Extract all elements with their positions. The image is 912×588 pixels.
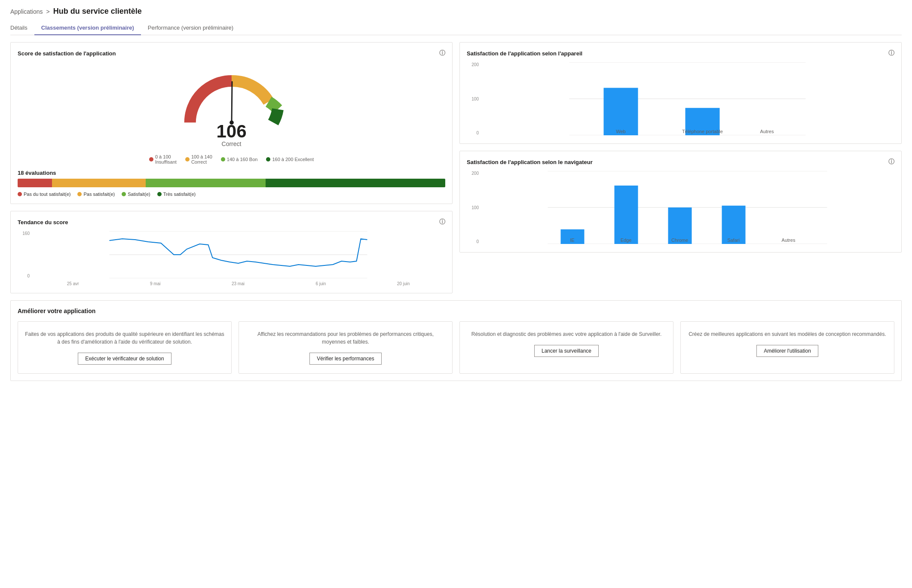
page: Applications > Hub du service clientèle … <box>0 0 912 588</box>
segment-red <box>18 179 52 187</box>
trend-card: Tendance du score ⓘ 160 0 <box>10 211 453 293</box>
improve-card-0: Faites de vos applications des produits … <box>18 321 232 374</box>
tab-bar: Détails Classements (version préliminair… <box>10 21 902 35</box>
trend-y-160: 160 <box>18 231 30 236</box>
evaluations-label: 18 évaluations <box>18 170 445 176</box>
sat-legend-label-red: Pas du tout satisfait(e) <box>24 192 70 197</box>
sat-legend-dot-orange <box>77 192 82 196</box>
device-card-title: Satisfaction de l'application selon l'ap… <box>467 49 894 57</box>
sat-legend-dot-lightgreen <box>122 192 126 196</box>
device-y-axis: 200 100 0 <box>467 62 479 135</box>
legend-label-darkgreen: 160 à 200 Excellent <box>272 157 314 162</box>
main-grid: Score de satisfaction de l'application ⓘ <box>10 42 902 293</box>
device-y-0: 0 <box>467 131 479 135</box>
improve-btn-3[interactable]: Améliorer l'utilisation <box>756 345 818 357</box>
improve-card-3: Créez de meilleures applications en suiv… <box>680 321 894 374</box>
sat-legend-label-darkgreen: Très satisfait(e) <box>163 192 196 197</box>
sat-legend-dot-red <box>18 192 22 196</box>
improve-btn-2[interactable]: Lancer la surveillance <box>534 345 599 357</box>
improve-title: Améliorer votre application <box>18 308 894 314</box>
device-chart-area: 200 100 0 <box>467 62 894 137</box>
improve-text-3: Créez de meilleures applications en suiv… <box>689 330 886 338</box>
browser-chart-area: 200 100 0 <box>467 171 894 245</box>
improve-text-2: Résolution et diagnostic des problèmes a… <box>471 330 662 338</box>
improve-btn-1[interactable]: Vérifier les performances <box>309 353 381 365</box>
progress-bar <box>18 179 445 187</box>
svg-line-0 <box>232 82 232 122</box>
trend-x-23mai: 23 mai <box>232 281 245 286</box>
improve-grid: Faites de vos applications des produits … <box>18 321 894 374</box>
legend-item-red: 0 à 100Insuffisant <box>149 154 177 165</box>
trend-x-20juin: 20 juin <box>397 281 410 286</box>
gauge-score-number: 106 <box>216 122 246 140</box>
browser-info-icon[interactable]: ⓘ <box>888 158 894 166</box>
gauge-legend: 0 à 100Insuffisant 100 à 140Correct 140 … <box>18 154 445 165</box>
trend-chart-area: 160 0 <box>18 231 445 286</box>
sat-legend-item-darkgreen: Très satisfait(e) <box>157 192 196 197</box>
svg-text:Safari: Safari <box>727 238 740 243</box>
score-info-icon[interactable]: ⓘ <box>439 49 445 57</box>
sat-legend-item-orange: Pas satisfait(e) <box>77 192 115 197</box>
legend-item-darkgreen: 160 à 200 Excellent <box>266 154 314 165</box>
breadcrumb: Applications > Hub du service clientèle <box>10 7 902 16</box>
sat-legend-item-red: Pas du tout satisfait(e) <box>18 192 70 197</box>
legend-dot-darkgreen <box>266 157 270 161</box>
browser-y-100: 100 <box>467 205 479 210</box>
segment-lightgreen <box>146 179 266 187</box>
browser-svg-container: IE Edge Chrome Safari Autres <box>480 171 894 245</box>
breadcrumb-separator: > <box>46 8 50 15</box>
improve-section: Améliorer votre application Faites de vo… <box>10 300 902 381</box>
gauge-score-label: Correct <box>216 140 246 147</box>
gauge-score: 106 Correct <box>216 122 246 147</box>
svg-text:Téléphone portable: Téléphone portable <box>682 129 723 134</box>
legend-item-lightgreen: 140 à 160 Bon <box>221 154 258 165</box>
tab-performance[interactable]: Performance (version préliminaire) <box>141 21 240 35</box>
legend-dot-orange <box>185 157 190 161</box>
trend-x-25avr: 25 avr <box>67 281 79 286</box>
sat-legend-item-lightgreen: Satisfait(e) <box>122 192 150 197</box>
satisfaction-legend: Pas du tout satisfait(e) Pas satisfait(e… <box>18 192 445 197</box>
svg-text:Autres: Autres <box>782 238 796 243</box>
score-title-text: Score de satisfaction de l'application <box>18 50 116 57</box>
trend-x-6juin: 6 juin <box>315 281 326 286</box>
improve-btn-0[interactable]: Exécuter le vérificateur de solution <box>78 353 171 365</box>
browser-y-0: 0 <box>467 239 479 244</box>
improve-text-0: Faites de vos applications des produits … <box>25 330 224 346</box>
gauge-svg <box>171 62 292 127</box>
score-card-title: Score de satisfaction de l'application ⓘ <box>18 49 445 57</box>
device-svg: Web Téléphone portable Autres <box>480 62 894 135</box>
trend-y-0: 0 <box>18 274 30 278</box>
tab-details[interactable]: Détails <box>10 21 34 35</box>
svg-text:Web: Web <box>616 129 625 134</box>
gauge-container: 106 Correct <box>18 62 445 147</box>
segment-orange <box>52 179 146 187</box>
device-svg-container: Web Téléphone portable Autres <box>480 62 894 137</box>
breadcrumb-link[interactable]: Applications <box>10 8 43 15</box>
left-column: Score de satisfaction de l'application ⓘ <box>10 42 453 293</box>
tab-classements[interactable]: Classements (version préliminaire) <box>34 21 141 35</box>
breadcrumb-current: Hub du service clientèle <box>53 7 142 16</box>
device-y-200: 200 <box>467 62 479 67</box>
device-info-icon[interactable]: ⓘ <box>888 49 894 57</box>
sat-legend-label-lightgreen: Satisfait(e) <box>128 192 150 197</box>
browser-y-axis: 200 100 0 <box>467 171 479 244</box>
device-card: Satisfaction de l'application selon l'ap… <box>459 42 902 144</box>
device-title-text: Satisfaction de l'application selon l'ap… <box>467 50 582 57</box>
sat-legend-dot-darkgreen <box>157 192 162 196</box>
improve-text-1: Affichez les recommandations pour les pr… <box>246 330 445 346</box>
legend-label-red: 0 à 100Insuffisant <box>155 154 177 165</box>
segment-darkgreen <box>266 179 445 187</box>
browser-y-200: 200 <box>467 171 479 176</box>
browser-card: Satisfaction de l'application selon le n… <box>459 151 902 253</box>
legend-dot-lightgreen <box>221 157 225 161</box>
right-column: Satisfaction de l'application selon l'ap… <box>459 42 902 293</box>
browser-svg: IE Edge Chrome Safari Autres <box>480 171 894 244</box>
score-card: Score de satisfaction de l'application ⓘ <box>10 42 453 204</box>
trend-title-text: Tendance du score <box>18 219 68 225</box>
device-y-100: 100 <box>467 97 479 101</box>
trend-x-9mai: 9 mai <box>150 281 160 286</box>
trend-info-icon[interactable]: ⓘ <box>439 218 445 226</box>
legend-item-orange: 100 à 140Correct <box>185 154 212 165</box>
legend-label-orange: 100 à 140Correct <box>191 154 212 165</box>
svg-rect-17 <box>615 186 638 244</box>
